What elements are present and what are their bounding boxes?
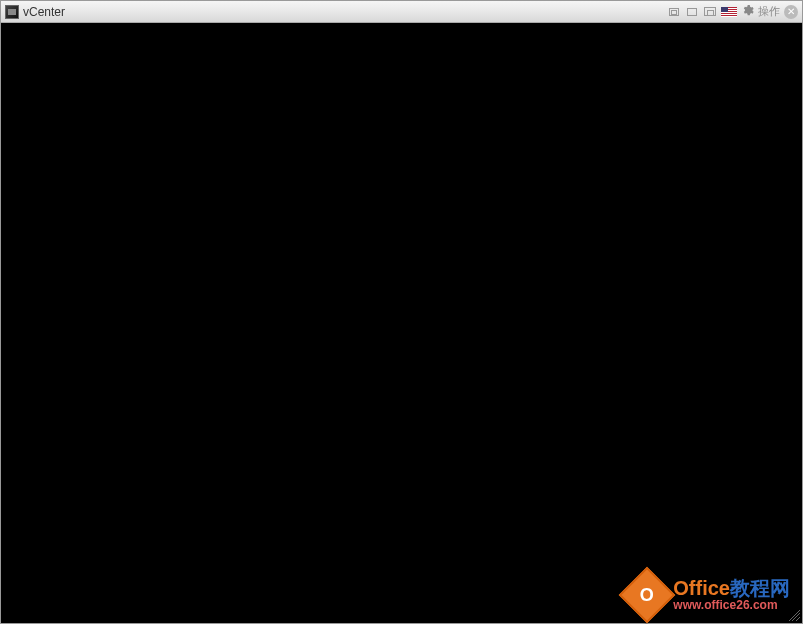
window-popout-icon[interactable] [667,6,681,18]
app-icon [5,5,19,19]
keyboard-layout-us-flag-icon[interactable] [721,7,737,17]
watermark-url: www.office26.com [673,599,790,612]
watermark-line1: Office教程网 [673,577,790,599]
watermark-brand: Office [673,577,730,599]
window-title: vCenter [23,5,65,19]
watermark-badge-icon: O [619,567,676,624]
close-icon[interactable]: ✕ [784,5,798,19]
window-fullscreen-icon[interactable] [703,6,717,18]
actions-menu[interactable]: 操作 [758,4,780,19]
titlebar-left: vCenter [5,5,65,19]
console-window: vCenter 操作 ✕ O Office教程网 www.office26.co… [0,0,803,624]
resize-grip-icon[interactable] [788,609,800,621]
watermark-suffix: 教程网 [730,577,790,599]
gear-icon[interactable] [741,4,754,20]
watermark-text: Office教程网 www.office26.com [673,577,790,612]
titlebar: vCenter 操作 ✕ [1,1,802,23]
watermark: O Office教程网 www.office26.com [627,575,790,615]
watermark-badge-text: O [640,584,654,605]
vm-console-display[interactable]: O Office教程网 www.office26.com [1,23,802,623]
window-restore-icon[interactable] [685,6,699,18]
titlebar-right: 操作 ✕ [667,4,798,20]
